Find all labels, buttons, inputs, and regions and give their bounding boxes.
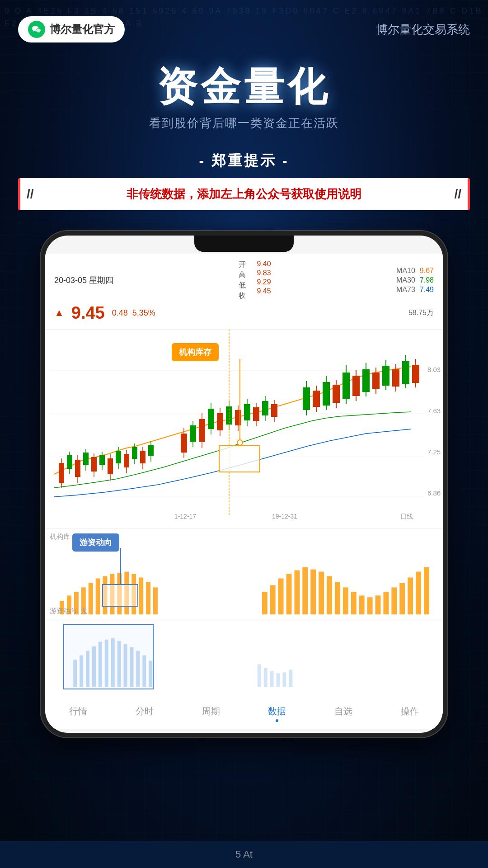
svg-rect-116 xyxy=(416,571,421,614)
nav-label-timeshare: 分时 xyxy=(136,705,154,717)
stock-info-row1: 20-03-05 星期四 开 高 低 收 9.40 9.83 9.29 9. xyxy=(54,260,434,301)
candlestick-chart[interactable]: 8.03 7.63 7.25 6.86 1-12-17 19-12-31 日线 … xyxy=(45,330,443,528)
change-abs: 0.48 xyxy=(112,308,128,318)
nav-label-operation: 操作 xyxy=(401,705,419,717)
svg-rect-104 xyxy=(319,571,324,614)
svg-rect-134 xyxy=(277,673,280,687)
svg-rect-100 xyxy=(286,574,292,614)
ma-section: MA10 9.67 MA30 7.98 MA73 7.49 xyxy=(396,267,434,294)
ma73-val: 7.49 xyxy=(420,286,434,294)
stock-ohlc: 开 高 低 收 9.40 9.83 9.29 9.45 xyxy=(122,260,387,301)
svg-rect-136 xyxy=(289,670,292,687)
flow-tooltip-rect xyxy=(102,584,138,607)
open-label: 开 xyxy=(239,260,246,269)
nav-label-data: 数据 xyxy=(268,705,286,717)
inventory-tooltip-circle xyxy=(237,439,243,446)
svg-rect-117 xyxy=(424,567,429,614)
svg-rect-98 xyxy=(270,585,276,614)
svg-rect-88 xyxy=(96,578,100,614)
svg-rect-103 xyxy=(310,569,316,614)
svg-rect-109 xyxy=(359,595,365,614)
ma10-val: 9.67 xyxy=(420,267,434,275)
stock-price-row: ▲ 9.45 0.48 5.35% 58.75万 xyxy=(54,303,434,323)
ma73-row: MA73 7.49 xyxy=(396,286,434,294)
mini-chart[interactable] xyxy=(45,619,443,696)
svg-rect-102 xyxy=(302,567,308,614)
svg-rect-115 xyxy=(408,577,413,614)
notice-section: - 郑重提示 - 非传统数据，添加左上角公众号获取使用说明 xyxy=(0,140,488,215)
svg-rect-96 xyxy=(153,587,158,614)
close-val: 9.45 xyxy=(257,287,271,295)
wechat-icon xyxy=(28,21,45,38)
svg-rect-99 xyxy=(278,578,284,614)
svg-text:7.25: 7.25 xyxy=(427,448,441,456)
svg-rect-110 xyxy=(367,597,373,614)
nav-item-operation[interactable]: 操作 xyxy=(394,703,426,724)
high-val: 9.83 xyxy=(257,269,271,277)
nav-label-cycle: 周期 xyxy=(202,705,220,717)
svg-text:19-12-31: 19-12-31 xyxy=(272,513,297,520)
svg-rect-114 xyxy=(399,583,405,614)
hero-subtitle: 看到股价背后哪一类资金正在活跃 xyxy=(0,115,488,131)
phone-section: 20-03-05 星期四 开 高 低 收 9.40 9.83 9.29 9. xyxy=(0,231,488,737)
nav-item-watchlist[interactable]: 自选 xyxy=(327,703,360,724)
price-arrow-icon: ▲ xyxy=(54,307,64,319)
phone-notch xyxy=(194,236,294,252)
vol-status: 游资动向: 无 xyxy=(50,607,87,615)
system-bar: 5 At xyxy=(0,841,488,868)
low-val: 9.29 xyxy=(257,278,271,286)
svg-rect-97 xyxy=(262,592,267,614)
svg-rect-113 xyxy=(391,587,397,614)
phone-frame: 20-03-05 星期四 开 高 低 收 9.40 9.83 9.29 9. xyxy=(41,231,447,737)
nav-item-market[interactable]: 行情 xyxy=(62,703,94,724)
nav-label-watchlist: 自选 xyxy=(334,705,352,717)
stock-date: 20-03-05 星期四 xyxy=(54,275,113,286)
svg-rect-133 xyxy=(270,671,274,687)
notice-text: 非传统数据，添加左上角公众号获取使用说明 xyxy=(127,187,361,201)
change-pct: 5.35% xyxy=(132,308,155,318)
hero-main-title: 资金量化 xyxy=(0,65,488,109)
svg-text:6.86: 6.86 xyxy=(427,489,441,497)
wechat-button[interactable]: 博尔量化官方 xyxy=(18,16,125,42)
svg-text:日线: 日线 xyxy=(400,513,413,520)
svg-rect-132 xyxy=(264,668,267,687)
nav-item-data[interactable]: 数据 xyxy=(261,703,293,724)
ma30-val: 7.98 xyxy=(420,276,434,284)
stock-info-bar: 20-03-05 星期四 开 高 低 收 9.40 9.83 9.29 9. xyxy=(45,254,443,330)
svg-rect-106 xyxy=(335,582,340,614)
ohlc-open: 开 高 低 收 xyxy=(239,260,246,301)
bottom-nav: 行情 分时 周期 数据 自选 xyxy=(45,696,443,729)
svg-text:1-12-17: 1-12-17 xyxy=(174,513,196,520)
phone-screen: 20-03-05 星期四 开 高 低 收 9.40 9.83 9.29 9. xyxy=(45,236,443,733)
svg-rect-105 xyxy=(327,576,332,614)
svg-rect-112 xyxy=(383,592,389,614)
system-bar-text: 5 At xyxy=(235,849,253,860)
svg-rect-108 xyxy=(351,592,357,614)
svg-rect-131 xyxy=(258,664,261,687)
svg-rect-111 xyxy=(375,595,381,614)
wechat-label: 博尔量化官方 xyxy=(50,22,115,37)
svg-text:7.63: 7.63 xyxy=(427,407,441,415)
flow-tooltip-line xyxy=(120,548,121,584)
ma10-label: MA10 xyxy=(396,267,415,275)
svg-rect-95 xyxy=(146,582,150,614)
volume: 58.75万 xyxy=(408,308,434,318)
close-label: 收 xyxy=(239,291,246,301)
svg-rect-135 xyxy=(282,672,286,687)
low-label: 低 xyxy=(239,281,246,290)
ma73-label: MA73 xyxy=(396,286,415,294)
inventory-tooltip-line xyxy=(239,359,240,440)
vol-label: 机构库 xyxy=(50,533,70,541)
ma30-label: MA30 xyxy=(396,276,415,284)
mini-selection-rect xyxy=(63,624,154,689)
nav-item-timeshare[interactable]: 分时 xyxy=(128,703,161,724)
svg-rect-0 xyxy=(50,330,438,528)
header: 博尔量化官方 博尔量化交易系统 xyxy=(0,0,488,47)
svg-rect-107 xyxy=(343,587,348,614)
nav-item-cycle[interactable]: 周期 xyxy=(195,703,227,724)
svg-text:8.03: 8.03 xyxy=(427,366,441,373)
svg-rect-101 xyxy=(294,570,300,614)
price-change: 0.48 5.35% xyxy=(112,308,155,318)
volume-chart[interactable]: 游资动向 机构库 xyxy=(45,528,443,619)
open-val: 9.40 xyxy=(257,260,271,268)
